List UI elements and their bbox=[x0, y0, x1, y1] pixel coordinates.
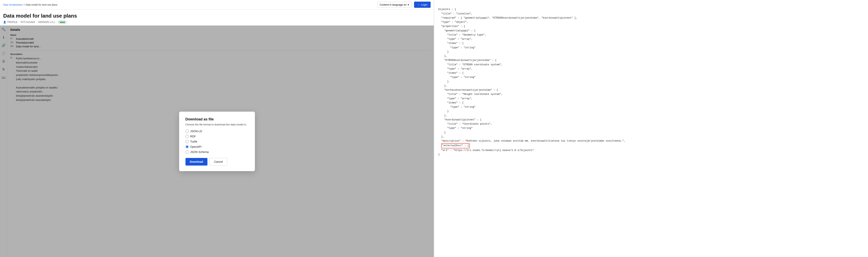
option-json-schema[interactable]: JSON Schema bbox=[185, 150, 249, 153]
download-modal: Download as file Choose the file format … bbox=[179, 112, 255, 171]
radio-rdf[interactable] bbox=[185, 135, 189, 138]
option-rdf[interactable]: RDF bbox=[185, 135, 249, 138]
code-block: Sijainti : { "title" : "Location", "requ… bbox=[438, 3, 864, 161]
login-label: Login bbox=[421, 3, 427, 6]
meta-vocab: RYTJ-KAAVA bbox=[21, 21, 35, 24]
modal-overlay: Download as file Choose the file format … bbox=[0, 26, 434, 257]
meta-sep1: · bbox=[19, 21, 19, 24]
valid-badge: Valid bbox=[58, 21, 67, 24]
option-json-ld[interactable]: JSON-LD bbox=[185, 130, 249, 133]
page-title: Data model for land use plans bbox=[3, 13, 431, 19]
cancel-button[interactable]: Cancel bbox=[210, 158, 227, 166]
meta-sep3: · bbox=[56, 21, 57, 24]
main-content: 🔍 ℹ 🔗 📄 ☰ ⇅ 📖 Details Name FI Kaavatieto… bbox=[0, 26, 434, 257]
modal-buttons: Download Cancel bbox=[185, 158, 249, 166]
login-button[interactable]: → Login bbox=[414, 2, 431, 8]
right-panel: Sijainti : { "title" : "Location", "requ… bbox=[434, 0, 868, 257]
radio-json-schema[interactable] bbox=[185, 150, 189, 153]
label-json-schema: JSON Schema bbox=[190, 150, 209, 153]
top-bar-right: Content in language en ▾ → Login bbox=[377, 2, 431, 8]
radio-openapi[interactable] bbox=[185, 145, 189, 148]
page-title-section: Data model for land use plans 👤 PROFILE … bbox=[0, 9, 434, 26]
meta-profile: PROFILE bbox=[7, 21, 18, 24]
left-panel: Data Vocabularies > Data model for land … bbox=[0, 0, 434, 257]
breadcrumb: Data Vocabularies > Data model for land … bbox=[3, 3, 57, 6]
label-rdf: RDF bbox=[190, 135, 196, 138]
radio-turtle[interactable] bbox=[185, 140, 189, 143]
label-json-ld: JSON-LD bbox=[190, 130, 202, 133]
download-button[interactable]: Download bbox=[185, 158, 208, 166]
modal-title: Download as file bbox=[185, 117, 249, 121]
top-bar: Data Vocabularies > Data model for land … bbox=[0, 0, 434, 9]
option-turtle[interactable]: Turtle bbox=[185, 140, 249, 143]
format-radio-group: JSON-LD RDF Turtle OpenAPI bbox=[185, 130, 249, 153]
meta-version: VERSION 1.0.1 bbox=[38, 21, 55, 24]
label-turtle: Turtle bbox=[190, 140, 197, 143]
highlighted-code-line: "externalDocs" : { bbox=[441, 143, 470, 148]
modal-subtitle: Choose the file format to download the d… bbox=[185, 123, 249, 126]
option-openapi[interactable]: OpenAPI bbox=[185, 145, 249, 148]
breadcrumb-parent[interactable]: Data Vocabularies bbox=[3, 3, 23, 6]
page-meta: 👤 PROFILE · RYTJ-KAAVA · VERSION 1.0.1 ·… bbox=[3, 21, 431, 24]
meta-sep2: · bbox=[36, 21, 37, 24]
chevron-down-icon: ▾ bbox=[408, 3, 409, 6]
lang-selector-label: Content in language en bbox=[380, 3, 406, 6]
label-openapi: OpenAPI bbox=[190, 145, 202, 148]
login-icon: → bbox=[417, 3, 420, 6]
breadcrumb-current: Data model for land use plans bbox=[26, 3, 57, 6]
radio-json-ld[interactable] bbox=[185, 130, 189, 133]
profile-icon: 👤 bbox=[3, 21, 6, 24]
breadcrumb-separator: > bbox=[23, 3, 25, 6]
language-selector[interactable]: Content in language en ▾ bbox=[377, 2, 412, 7]
